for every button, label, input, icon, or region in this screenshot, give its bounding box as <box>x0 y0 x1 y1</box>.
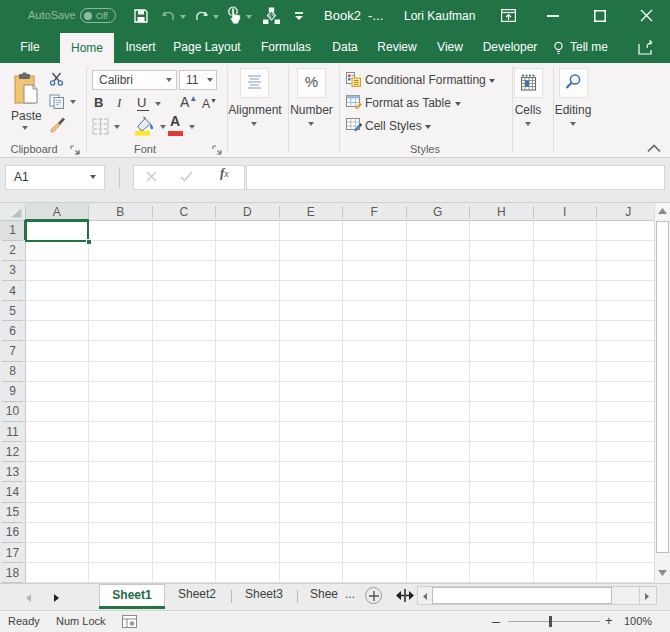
svg-text:6: 6 <box>9 324 16 338</box>
svg-text:15: 15 <box>6 505 20 519</box>
svg-text:J: J <box>625 205 631 219</box>
svg-text:18: 18 <box>6 566 20 580</box>
svg-text:13: 13 <box>6 465 20 479</box>
svg-text:A: A <box>53 205 61 219</box>
svg-text:2: 2 <box>9 243 16 257</box>
svg-text:D: D <box>243 205 252 219</box>
svg-text:5: 5 <box>9 304 16 318</box>
svg-text:17: 17 <box>6 546 20 560</box>
svg-text:14: 14 <box>6 485 20 499</box>
svg-text:F: F <box>371 205 378 219</box>
svg-text:8: 8 <box>9 364 16 378</box>
svg-text:16: 16 <box>6 525 20 539</box>
svg-text:9: 9 <box>9 384 16 398</box>
svg-text:G: G <box>433 205 442 219</box>
svg-text:B: B <box>116 205 124 219</box>
svg-text:11: 11 <box>6 425 19 439</box>
svg-text:7: 7 <box>9 344 16 358</box>
svg-text:10: 10 <box>6 404 20 418</box>
svg-text:E: E <box>307 205 315 219</box>
svg-text:H: H <box>497 205 506 219</box>
svg-text:12: 12 <box>6 445 20 459</box>
svg-text:3: 3 <box>9 263 16 277</box>
svg-text:C: C <box>179 205 188 219</box>
svg-text:1: 1 <box>9 223 16 237</box>
svg-text:I: I <box>563 205 566 219</box>
svg-text:4: 4 <box>9 284 16 298</box>
